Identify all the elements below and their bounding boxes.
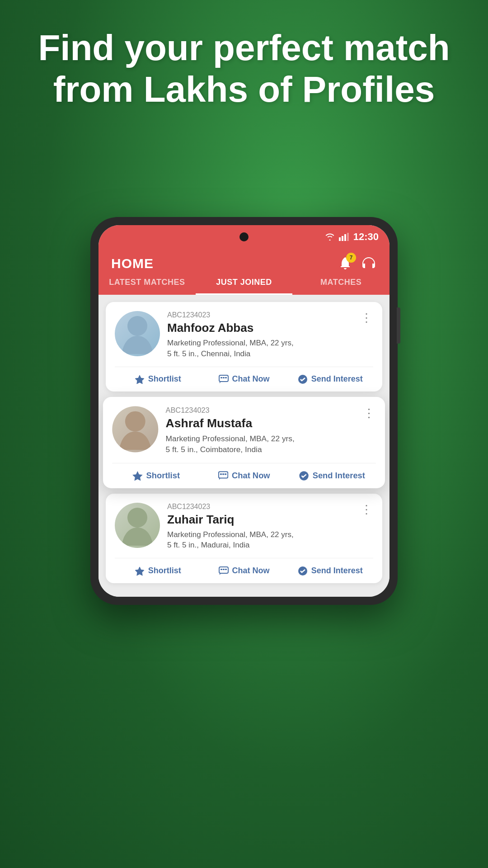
star-icon-3 — [135, 566, 145, 576]
person-silhouette-1 — [122, 313, 153, 354]
chat-button-1[interactable]: Chat Now — [201, 374, 287, 384]
card-top-2: ABC1234023 Ashraf Mustafa Marketing Prof… — [103, 397, 385, 462]
interest-button-2[interactable]: Send Interest — [288, 471, 375, 481]
status-bar: 12:30 — [99, 225, 389, 249]
phone-frame: 12:30 HOME 7 — [90, 217, 398, 605]
svg-rect-23 — [225, 569, 227, 570]
card-actions-2: Shortlist — [103, 463, 385, 488]
hero-title: Find your perfect match from Lakhs of Pr… — [27, 27, 461, 110]
card-top-1: ABC1234023 Mahfooz Abbas Marketing Profe… — [106, 302, 382, 367]
tab-just-joined[interactable]: JUST JOINED — [196, 278, 293, 295]
phone-mockup: 12:30 HOME 7 — [90, 217, 398, 605]
svg-rect-3 — [347, 233, 349, 241]
chat-button-3[interactable]: Chat Now — [201, 566, 287, 576]
chat-bubble-icon — [219, 374, 229, 384]
shortlist-label-2: Shortlist — [146, 471, 180, 480]
profile-name-3: Zuhair Tariq — [167, 513, 353, 527]
camera-notch — [239, 232, 249, 241]
shortlist-star-icon — [135, 374, 145, 384]
svg-point-4 — [127, 316, 147, 336]
profile-info-3: ABC1234023 Zuhair Tariq Marketing Profes… — [167, 503, 353, 551]
check-icon-3 — [298, 566, 308, 576]
svg-rect-8 — [223, 377, 225, 378]
star-icon-2 — [132, 471, 142, 481]
header-icons: 7 — [338, 256, 377, 271]
profile-id-3: ABC1234023 — [167, 503, 353, 511]
avatar-1 — [115, 311, 160, 356]
svg-marker-12 — [133, 472, 142, 480]
card-top-3: ABC1234023 Zuhair Tariq Marketing Profes… — [106, 494, 382, 558]
shortlist-button-2[interactable]: Shortlist — [112, 471, 200, 481]
profile-card-2: ABC1234023 Ashraf Mustafa Marketing Prof… — [103, 397, 385, 488]
app-header-title: HOME — [111, 256, 154, 271]
chat-label-2: Chat Now — [232, 471, 270, 480]
phone-screen: 12:30 HOME 7 — [99, 225, 389, 597]
send-interest-icon — [298, 374, 308, 384]
interest-button-1[interactable]: Send Interest — [287, 374, 373, 384]
more-button-1[interactable]: ⋮ — [361, 311, 373, 325]
shortlist-star-icon-3 — [135, 566, 145, 576]
chat-icon-2 — [218, 471, 228, 481]
send-interest-icon-2 — [299, 471, 309, 481]
notification-bell[interactable]: 7 — [338, 256, 352, 271]
interest-label-2: Send Interest — [313, 471, 365, 480]
person-silhouette-2 — [119, 408, 151, 450]
svg-point-11 — [125, 411, 145, 431]
card-actions-1: Shortlist — [106, 367, 382, 392]
svg-rect-1 — [342, 236, 343, 241]
more-button-2[interactable]: ⋮ — [363, 406, 376, 420]
svg-marker-5 — [135, 375, 144, 384]
more-button-3[interactable]: ⋮ — [361, 503, 373, 517]
notification-badge: 7 — [346, 253, 356, 263]
avatar-2 — [112, 406, 158, 452]
svg-rect-7 — [221, 377, 222, 378]
svg-rect-15 — [222, 473, 224, 475]
shortlist-label-3: Shortlist — [148, 566, 181, 576]
profile-details-2: Marketing Professional, MBA, 22 yrs, 5 f… — [166, 433, 356, 455]
chat-button-2[interactable]: Chat Now — [200, 471, 288, 481]
svg-rect-22 — [223, 569, 225, 570]
check-icon-2 — [299, 471, 309, 481]
profile-id-2: ABC1234023 — [166, 406, 356, 414]
status-icons — [324, 233, 349, 241]
avatar-3 — [115, 503, 160, 548]
hero-section: Find your perfect match from Lakhs of Pr… — [0, 27, 488, 110]
svg-rect-2 — [344, 234, 346, 241]
cards-area: ABC1234023 Mahfooz Abbas Marketing Profe… — [99, 295, 389, 597]
profile-card-3: ABC1234023 Zuhair Tariq Marketing Profes… — [106, 494, 382, 583]
status-time: 12:30 — [353, 231, 379, 243]
profile-card-1: ABC1234023 Mahfooz Abbas Marketing Profe… — [106, 302, 382, 392]
shortlist-star-icon-2 — [132, 471, 142, 481]
svg-rect-9 — [225, 377, 227, 378]
chat-icon-1 — [219, 374, 229, 384]
shortlist-button-1[interactable]: Shortlist — [115, 374, 201, 384]
svg-rect-16 — [225, 473, 226, 475]
tab-latest-matches[interactable]: LATEST MATCHES — [99, 278, 196, 295]
svg-marker-19 — [135, 567, 144, 576]
interest-label-3: Send Interest — [311, 566, 363, 576]
app-header: HOME 7 — [99, 249, 389, 271]
chat-label-1: Chat Now — [232, 374, 270, 384]
card-actions-3: Shortlist — [106, 558, 382, 583]
profile-id-1: ABC1234023 — [167, 311, 353, 319]
chat-bubble-icon-3 — [219, 566, 229, 576]
check-icon-1 — [298, 374, 308, 384]
phone-power-button — [397, 307, 400, 344]
interest-button-3[interactable]: Send Interest — [287, 566, 373, 576]
headset-icon-wrapper[interactable] — [361, 256, 377, 271]
shortlist-button-3[interactable]: Shortlist — [115, 566, 201, 576]
tab-bar: LATEST MATCHES JUST JOINED MATCHES — [99, 271, 389, 295]
tab-matches[interactable]: MATCHES — [292, 278, 389, 295]
profile-name-2: Ashraf Mustafa — [166, 416, 356, 431]
chat-bubble-icon-2 — [218, 471, 228, 481]
svg-point-18 — [127, 508, 147, 528]
send-interest-icon-3 — [298, 566, 308, 576]
person-silhouette-3 — [122, 505, 153, 546]
shortlist-label-1: Shortlist — [148, 374, 181, 384]
signal-icon — [339, 233, 349, 241]
svg-rect-14 — [220, 473, 221, 475]
star-icon-1 — [135, 374, 145, 384]
interest-label-1: Send Interest — [311, 374, 363, 384]
wifi-icon — [324, 233, 335, 241]
profile-details-1: Marketing Professional, MBA, 22 yrs, 5 f… — [167, 338, 353, 359]
